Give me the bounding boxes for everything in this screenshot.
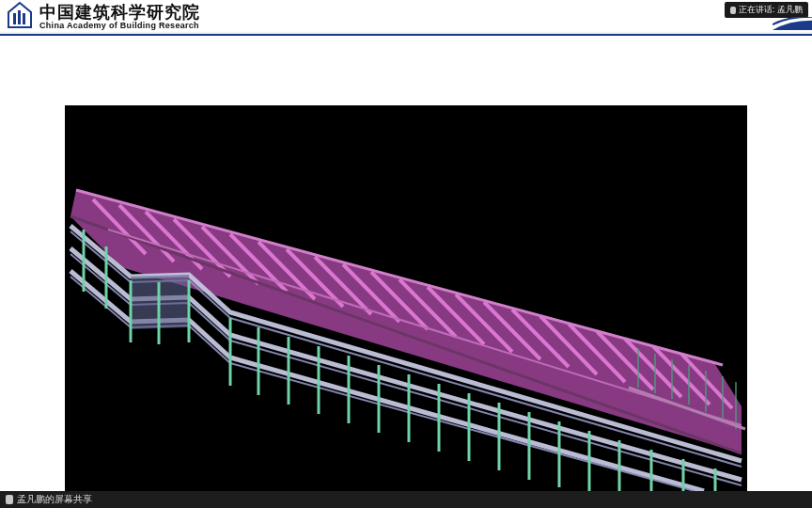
3d-model-viewer[interactable]: [65, 105, 747, 491]
speaking-label: 正在讲话: 孟凡鹏: [739, 4, 803, 16]
org-logo-icon: [6, 1, 34, 33]
org-name-block: 中国建筑科学研究院 China Academy of Building Rese…: [39, 4, 200, 30]
brand-decor: [773, 17, 812, 30]
org-logo-block: 中国建筑科学研究院 China Academy of Building Rese…: [6, 1, 200, 33]
svg-rect-1: [18, 10, 21, 24]
share-status-label: 孟凡鹏的屏幕共享: [17, 493, 92, 506]
svg-line-27: [70, 216, 742, 453]
content-area: [0, 36, 812, 489]
header-right: 正在讲话: 孟凡鹏: [725, 2, 808, 18]
mic-icon: [6, 495, 13, 504]
svg-rect-0: [13, 13, 16, 24]
mic-icon: [730, 7, 736, 14]
svg-rect-2: [23, 13, 25, 24]
app-header: 中国建筑科学研究院 China Academy of Building Rese…: [0, 0, 812, 36]
meeting-footer: 孟凡鹏的屏幕共享: [0, 491, 812, 508]
org-name-cn: 中国建筑科学研究院: [39, 4, 200, 21]
speaking-badge: 正在讲话: 孟凡鹏: [725, 2, 808, 18]
org-name-en: China Academy of Building Research: [39, 22, 200, 30]
